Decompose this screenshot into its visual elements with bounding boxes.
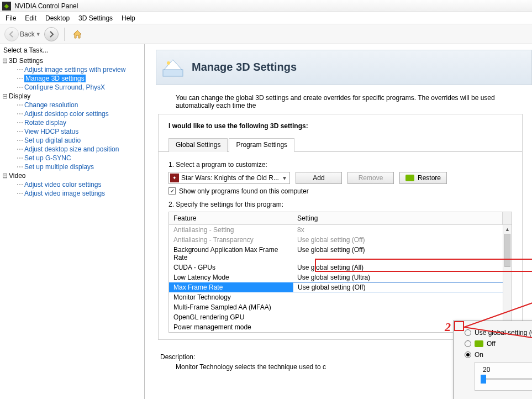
add-button[interactable]: Add [296, 172, 342, 184]
table-row[interactable]: Antialiasing - TransparencyUse global se… [169, 235, 512, 245]
tree-link-manage-3d-settings[interactable]: Manage 3D settings [24, 75, 86, 82]
show-only-label: Show only programs found on this compute… [179, 187, 309, 195]
restore-label: Restore [418, 174, 441, 182]
tree-expander-icon[interactable]: ⊟ [1, 57, 9, 65]
radio-on[interactable]: On [465, 351, 532, 359]
show-only-checkbox[interactable]: ✓ Show only programs found on this compu… [168, 187, 512, 195]
tree-link-change-resolution[interactable]: Change resolution [24, 101, 78, 109]
tree-link-video-image[interactable]: Adjust video image settings [24, 190, 105, 197]
task-sidebar: Select a Task... ⊟3D Settings ⋯Adjust im… [0, 44, 145, 399]
tree-link-video-color[interactable]: Adjust video color settings [24, 181, 101, 188]
menu-desktop[interactable]: Desktop [41, 13, 74, 23]
fps-slider-box: 20 1000 60 FPS [475, 362, 532, 391]
step-1-label: 1. Select a program to customize: [168, 161, 512, 169]
settings-panel: I would like to use the following 3D set… [158, 114, 523, 340]
menubar: File Edit Desktop 3D Settings Help [0, 12, 532, 24]
radio-off[interactable]: Off [465, 340, 532, 348]
forward-button[interactable] [44, 27, 59, 41]
slider-thumb[interactable] [481, 375, 486, 384]
home-button[interactable] [70, 27, 85, 41]
scroll-thumb[interactable] [504, 234, 510, 267]
tree-link-multiple-displays[interactable]: Set up multiple displays [24, 163, 94, 171]
back-button[interactable] [4, 27, 19, 41]
page-header-icon [161, 56, 185, 78]
tree-cat-display[interactable]: Display [9, 92, 30, 100]
checkbox-icon: ✓ [168, 187, 176, 195]
tree-cat-3d-settings[interactable]: 3D Settings [9, 57, 43, 65]
toolbar: Back ▼ [0, 24, 532, 44]
window-title: NVIDIA Control Panel [14, 2, 78, 10]
table-row[interactable]: Antialiasing - Setting8x [169, 225, 512, 235]
step-2-label: 2. Specify the settings for this program… [168, 201, 512, 208]
page-header: Manage 3D Settings [156, 50, 532, 85]
table-row[interactable]: CUDA - GPUsUse global setting (All) [169, 262, 512, 272]
nvidia-logo-icon [475, 340, 483, 347]
back-label: Back [20, 30, 35, 38]
main-area: Manage 3D Settings You can change the gl… [145, 44, 532, 399]
max-frame-rate-popup: Use global setting (Off) Off On 20 1000 … [453, 321, 532, 399]
scroll-up-icon[interactable]: ▲ [503, 225, 512, 234]
program-selected-text: Star Wars: Knights of the Old R... [181, 174, 281, 182]
tree-link-configure-surround[interactable]: Configure Surround, PhysX [24, 83, 105, 91]
scrollbar[interactable]: ▲ ▼ [503, 225, 512, 332]
program-select[interactable]: ✦ Star Wars: Knights of the Old R... ▾ [168, 172, 290, 184]
program-icon: ✦ [170, 174, 179, 182]
menu-file[interactable]: File [1, 13, 20, 23]
tree-link-desktop-size-position[interactable]: Adjust desktop size and position [24, 145, 119, 153]
tree-link-rotate-display[interactable]: Rotate display [24, 119, 66, 127]
menu-3d-settings[interactable]: 3D Settings [74, 13, 117, 23]
panel-title: I would like to use the following 3D set… [159, 122, 522, 138]
table-row[interactable]: Low Latency ModeUse global setting (Ultr… [169, 272, 512, 282]
tab-global-settings[interactable]: Global Settings [168, 138, 228, 152]
svg-rect-0 [163, 70, 183, 76]
back-caret-icon[interactable]: ▼ [36, 32, 41, 37]
tree-expander-icon[interactable]: ⊟ [1, 92, 9, 100]
menu-help[interactable]: Help [117, 13, 140, 23]
radio-use-global[interactable]: Use global setting (Off) [465, 329, 532, 337]
tab-program-settings[interactable]: Program Settings [229, 138, 294, 152]
app-icon: ◆ [2, 2, 11, 11]
menu-edit[interactable]: Edit [20, 13, 41, 23]
table-row[interactable]: Monitor Technology [169, 292, 512, 302]
tree-link-gsync[interactable]: Set up G-SYNC [24, 154, 71, 162]
titlebar: ◆ NVIDIA Control Panel [0, 0, 532, 12]
task-header: Select a Task... [0, 44, 144, 56]
restore-button[interactable]: Restore [399, 172, 447, 184]
settings-table: Feature Setting Antialiasing - Setting8x… [168, 212, 512, 333]
table-row[interactable]: Multi-Frame Sampled AA (MFAA) [169, 302, 512, 312]
col-header-feature[interactable]: Feature [169, 212, 293, 224]
page-title: Manage 3D Settings [192, 61, 297, 74]
page-intro: You can change the global 3D settings an… [156, 85, 532, 114]
max-frame-rate-dropdown[interactable]: Use global setting (Off) ▾ [293, 282, 512, 292]
tree-expander-icon[interactable]: ⊟ [1, 172, 9, 180]
table-row-max-frame-rate[interactable]: Max Frame Rate Use global setting (Off) … [169, 282, 512, 292]
slider-min-label: 20 [483, 366, 490, 374]
col-header-setting[interactable]: Setting [293, 212, 502, 224]
tree-cat-video[interactable]: Video [9, 172, 25, 180]
tree-link-adjust-image-preview[interactable]: Adjust image settings with preview [24, 66, 125, 74]
tree-link-hdcp-status[interactable]: View HDCP status [24, 128, 78, 135]
dropdown-caret-icon: ▾ [281, 174, 288, 182]
tree-link-digital-audio[interactable]: Set up digital audio [24, 136, 81, 144]
table-row[interactable]: Background Application Max Frame RateUse… [169, 245, 512, 262]
fps-slider[interactable] [481, 378, 532, 380]
tree-link-adjust-desktop-color[interactable]: Adjust desktop color settings [24, 110, 109, 118]
nvidia-logo-icon [405, 175, 414, 181]
toolbar-separator [64, 28, 65, 41]
svg-point-1 [167, 61, 170, 65]
remove-button[interactable]: Remove [347, 172, 394, 184]
